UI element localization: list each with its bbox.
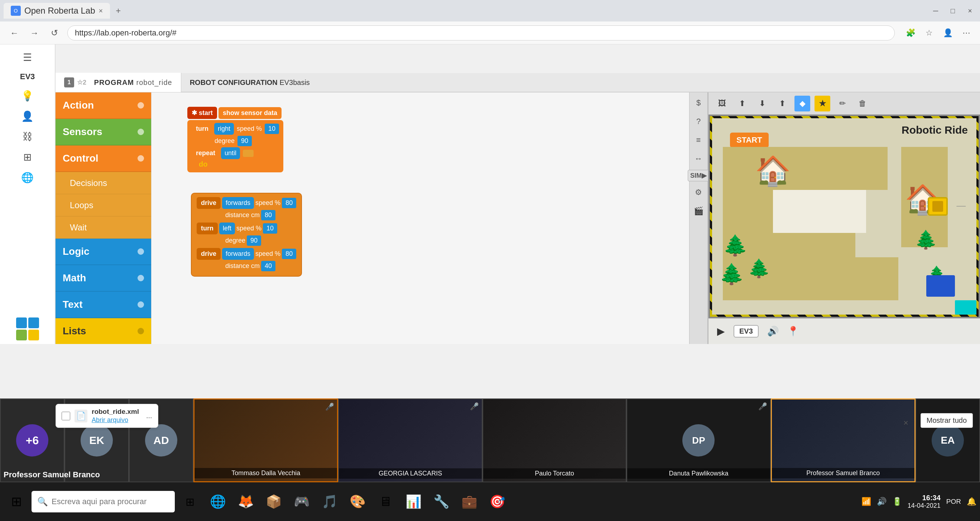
avatar-ek: EK	[81, 424, 113, 457]
sidebar-item-control[interactable]: Control	[56, 145, 151, 172]
drive-block-2[interactable]: drive	[197, 248, 221, 260]
speed-val-3[interactable]: 80	[282, 249, 296, 259]
app-grid-icon[interactable]: ⊞	[23, 151, 32, 163]
task-teams-icon[interactable]: 💼	[456, 489, 482, 515]
task-music-icon[interactable]: 🎵	[317, 489, 342, 515]
tray-notifications-icon[interactable]: 🔔	[967, 497, 977, 506]
sim-play-btn[interactable]: ▶	[717, 325, 725, 337]
mostrar-close-btn[interactable]: ×	[904, 418, 908, 428]
left-block[interactable]: left	[219, 223, 235, 234]
distance-val-1[interactable]: 80	[261, 210, 275, 220]
sim-star-btn[interactable]: ★	[815, 96, 830, 112]
dollar-btn[interactable]: $	[691, 95, 706, 110]
program-tab[interactable]: 1 ☆2 PROGRAM robot_ride	[56, 73, 181, 92]
start-block[interactable]: ✱ start	[187, 107, 217, 119]
back-btn[interactable]: ←	[7, 26, 21, 40]
app-light-icon[interactable]: 💡	[21, 90, 34, 102]
app-ev3-icon[interactable]: EV3	[20, 72, 35, 81]
maximize-btn[interactable]: □	[946, 4, 959, 17]
drive-block-container: drive forwards speed % 80 distance cm 80…	[191, 193, 302, 277]
task-meet-icon[interactable]: 🎯	[484, 489, 510, 515]
app-menu-icon[interactable]: ☰	[23, 52, 32, 64]
sidebar-item-lists[interactable]: Lists	[56, 318, 151, 344]
lists-dot	[138, 328, 144, 334]
sim-start-btn[interactable]: START	[730, 132, 769, 148]
browser-tab[interactable]: O Open Roberta Lab ×	[3, 3, 110, 19]
tab-favicon: O	[11, 6, 21, 16]
file-notif-more[interactable]: ...	[146, 412, 152, 420]
sim-3d-btn[interactable]: ◆	[794, 96, 810, 112]
sim-download-btn[interactable]: ⬇	[754, 96, 770, 112]
tab-close-btn[interactable]: ×	[99, 7, 103, 15]
degree-val[interactable]: 90	[237, 136, 252, 146]
forwards-block-1[interactable]: forwards	[222, 197, 254, 209]
task-terminal-icon[interactable]: 🖥	[372, 489, 398, 515]
task-excel-icon[interactable]: 📊	[401, 489, 426, 515]
sim-btn[interactable]: SIM▶	[688, 170, 709, 181]
minimize-btn[interactable]: ─	[929, 4, 942, 17]
start-btn[interactable]: ⊞	[3, 489, 29, 515]
browser-favorites-icon[interactable]: ☆	[923, 27, 935, 40]
list-btn[interactable]: ≡	[691, 132, 706, 148]
task-package-icon[interactable]: 📦	[261, 489, 286, 515]
browser-extensions-icon[interactable]: 🧩	[904, 27, 917, 40]
address-bar[interactable]: https://lab.open-roberta.org/#	[67, 25, 895, 40]
camera-btn[interactable]: 🎬	[691, 204, 706, 218]
task-art-icon[interactable]: 🎨	[345, 489, 371, 515]
drive-block-1[interactable]: drive	[197, 197, 221, 209]
sidebar-item-loops[interactable]: Loops	[56, 194, 151, 217]
help-btn[interactable]: ?	[691, 114, 706, 129]
speed-val-1[interactable]: 80	[282, 198, 296, 208]
task-tools-icon[interactable]: 🔧	[428, 489, 454, 515]
sim-sound-btn[interactable]: 🔊	[767, 326, 779, 337]
sidebar-item-decisions[interactable]: Decisions	[56, 172, 151, 194]
app-globe-icon[interactable]: 🌐	[21, 172, 34, 183]
speed-val[interactable]: 10	[265, 124, 279, 134]
until-block[interactable]: until	[221, 147, 240, 159]
task-chrome-icon[interactable]: 🌐	[205, 489, 231, 515]
arrows-btn[interactable]: ↔	[691, 151, 706, 166]
turn-block-2[interactable]: turn	[197, 223, 218, 234]
app-link-icon[interactable]: ⛓	[22, 131, 33, 143]
forwards-block-2[interactable]: forwards	[222, 248, 254, 260]
search-bar[interactable]: 🔍	[32, 491, 175, 512]
sidebar-item-text[interactable]: Text	[56, 292, 151, 318]
sim-upload-btn[interactable]: ⬆	[734, 96, 750, 112]
sim-ev3-label: EV3	[733, 325, 759, 338]
file-notif-link[interactable]: Abrir arquivo	[92, 416, 139, 424]
sidebar-item-action[interactable]: Action	[56, 92, 151, 119]
sim-image-btn[interactable]: 🖼	[714, 96, 730, 112]
app-user-icon[interactable]: 👤	[21, 110, 34, 122]
task-firefox-icon[interactable]: 🦊	[233, 489, 259, 515]
sidebar-item-math[interactable]: Math	[56, 265, 151, 292]
task-apps-icon[interactable]: ⊞	[177, 489, 203, 515]
degree-val-2[interactable]: 90	[247, 236, 261, 246]
file-notif-checkbox[interactable]	[62, 412, 70, 420]
sim-trash-btn[interactable]: 🗑	[854, 96, 870, 112]
sim-upload2-btn[interactable]: ⬆	[775, 96, 790, 112]
sim-location-btn[interactable]: 📍	[787, 326, 799, 337]
show-sensor-block[interactable]: show sensor data	[218, 107, 282, 119]
sim-pencil-btn[interactable]: ✏	[835, 96, 850, 112]
sidebar-item-sensors[interactable]: Sensors	[56, 119, 151, 145]
cog-btn[interactable]: ⚙	[691, 185, 706, 200]
reload-btn[interactable]: ↺	[47, 26, 62, 40]
video-cell-samuel: Professor Samuel Branco	[771, 398, 916, 482]
robot-config-tab[interactable]: ROBOT CONFIGURATION EV3basis	[181, 73, 318, 92]
right-block[interactable]: right	[214, 123, 234, 135]
close-window-btn[interactable]: ×	[964, 4, 977, 17]
browser-settings-icon[interactable]: ⋯	[960, 27, 973, 40]
new-tab-btn[interactable]: +	[116, 6, 121, 16]
turn-block[interactable]: turn	[192, 123, 213, 135]
repeat-block[interactable]: repeat	[192, 147, 220, 159]
mostrar-tudo-btn[interactable]: Mostrar tudo	[921, 413, 973, 428]
speed-val-2[interactable]: 10	[263, 223, 277, 234]
search-input[interactable]	[52, 497, 169, 506]
tab-star[interactable]: ☆2	[77, 78, 86, 86]
task-game-icon[interactable]: 🎮	[289, 489, 315, 515]
forward-btn[interactable]: →	[27, 26, 41, 40]
distance-val-2[interactable]: 40	[261, 261, 275, 271]
sidebar-item-logic[interactable]: Logic	[56, 239, 151, 265]
browser-account-icon[interactable]: 👤	[941, 27, 954, 40]
sidebar-item-wait[interactable]: Wait	[56, 217, 151, 239]
